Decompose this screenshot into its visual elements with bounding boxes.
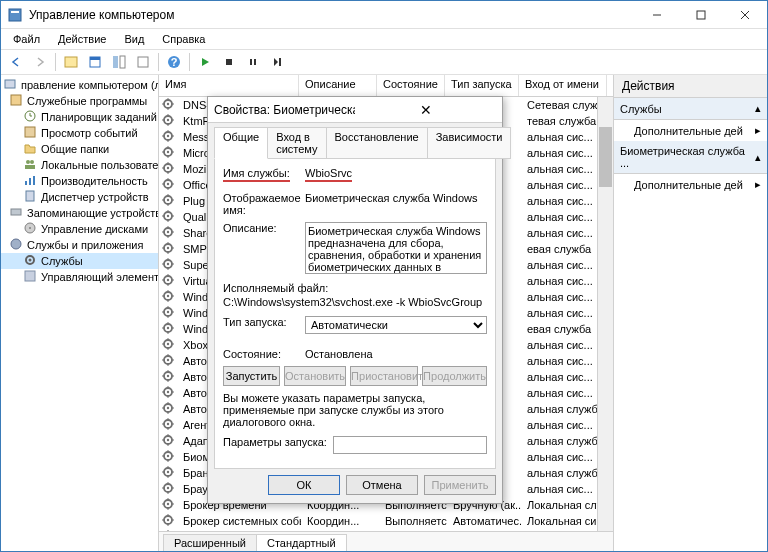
svg-point-36 [29, 259, 32, 262]
resume-button: Продолжить [422, 366, 487, 386]
col-desc[interactable]: Описание [299, 75, 377, 96]
col-name[interactable]: Имя [159, 75, 299, 96]
gear-icon [161, 305, 177, 321]
menu-help[interactable]: Справка [154, 31, 213, 47]
forward-icon[interactable] [29, 51, 51, 73]
svg-point-189 [167, 503, 169, 505]
gear-icon [161, 257, 177, 273]
close-button[interactable] [723, 1, 767, 29]
start-params-input[interactable] [333, 436, 487, 454]
label-display-name: Отображаемое имя: [223, 192, 305, 216]
help-icon[interactable]: ? [163, 51, 185, 73]
tree-item[interactable]: Управление дисками [1, 221, 158, 237]
tree-group[interactable]: Служебные программы [1, 93, 158, 109]
maximize-button[interactable] [679, 1, 723, 29]
svg-point-93 [167, 247, 169, 249]
menu-view[interactable]: Вид [116, 31, 152, 47]
tree-item[interactable]: Планировщик заданий [1, 109, 158, 125]
svg-rect-19 [11, 95, 21, 105]
ok-button[interactable]: ОК [268, 475, 340, 495]
gear-icon [161, 225, 177, 241]
gear-icon [161, 401, 177, 417]
minimize-button[interactable] [635, 1, 679, 29]
list-header[interactable]: Имя Описание Состояние Тип запуска Вход … [159, 75, 613, 97]
start-type-select[interactable]: Автоматически [305, 316, 487, 334]
svg-point-33 [29, 227, 31, 229]
menu-file[interactable]: Файл [5, 31, 48, 47]
service-row[interactable]: Брокер системных событийКоордин...Выполн… [159, 513, 613, 529]
pause-icon[interactable] [242, 51, 264, 73]
tab-general[interactable]: Общие [214, 127, 268, 159]
dialog-close-button[interactable]: ✕ [355, 102, 496, 118]
svg-point-171 [167, 455, 169, 457]
play-icon[interactable] [194, 51, 216, 73]
label-start-params: Параметры запуска: [223, 436, 333, 448]
svg-point-153 [167, 407, 169, 409]
value-exe: C:\Windows\system32\svchost.exe -k WbioS… [223, 296, 487, 308]
col-start[interactable]: Тип запуска [445, 75, 519, 96]
svg-point-63 [167, 167, 169, 169]
gear-icon [161, 497, 177, 513]
gear-icon [161, 449, 177, 465]
tb-icon-2[interactable] [84, 51, 106, 73]
actions-group-services[interactable]: Службы ▴ [614, 98, 767, 120]
tree-group[interactable]: Запоминающие устройства [1, 205, 158, 221]
tb-icon-1[interactable] [60, 51, 82, 73]
svg-point-105 [167, 279, 169, 281]
tree-item[interactable]: Локальные пользователи и [1, 157, 158, 173]
scrollbar-thumb[interactable] [599, 127, 612, 187]
menu-action[interactable]: Действие [50, 31, 114, 47]
tab-extended[interactable]: Расширенный [163, 534, 257, 551]
actions-more-2[interactable]: Дополнительные дей▸ [614, 174, 767, 195]
svg-rect-18 [5, 80, 15, 88]
service-row[interactable]: Брокер фонового обнару...Вручную (ак...Л… [159, 529, 613, 531]
tab-recovery[interactable]: Восстановление [326, 127, 428, 159]
scrollbar-vertical[interactable] [597, 97, 613, 531]
tab-logon[interactable]: Вход в систему [267, 127, 326, 159]
gear-icon [161, 337, 177, 353]
svg-point-57 [167, 151, 169, 153]
col-state[interactable]: Состояние [377, 75, 445, 96]
cancel-button[interactable]: Отмена [346, 475, 418, 495]
gear-icon [161, 273, 177, 289]
svg-point-87 [167, 231, 169, 233]
svg-rect-15 [250, 59, 252, 65]
col-logon[interactable]: Вход от имени [519, 75, 607, 96]
back-icon[interactable] [5, 51, 27, 73]
actions-group-biometric[interactable]: Биометрическая служба ... ▴ [614, 141, 767, 174]
gear-icon [161, 433, 177, 449]
tab-dependencies[interactable]: Зависимости [427, 127, 512, 159]
tab-standard[interactable]: Стандартный [256, 534, 347, 551]
svg-rect-31 [11, 209, 21, 215]
svg-rect-27 [25, 181, 27, 185]
gear-icon [161, 465, 177, 481]
start-button[interactable]: Запустить [223, 366, 280, 386]
stop-icon[interactable] [218, 51, 240, 73]
actions-more-1[interactable]: Дополнительные дей▸ [614, 120, 767, 141]
svg-rect-11 [138, 57, 148, 67]
tree-item[interactable]: Службы [1, 253, 158, 269]
dialog-tabs: Общие Вход в систему Восстановление Зави… [208, 123, 502, 159]
svg-point-111 [167, 295, 169, 297]
tree-group[interactable]: Службы и приложения [1, 237, 158, 253]
actions-pane: Действия Службы ▴ Дополнительные дей▸ Би… [613, 75, 767, 551]
tree-item[interactable]: Управляющий элемент WM [1, 269, 158, 285]
tb-icon-4[interactable] [132, 51, 154, 73]
tree-item[interactable]: Диспетчер устройств [1, 189, 158, 205]
gear-icon [161, 97, 177, 113]
pause-button: Приостановить [350, 366, 418, 386]
gear-icon [161, 113, 177, 129]
tree-root[interactable]: правление компьютером (локаль [1, 77, 158, 93]
restart-icon[interactable] [266, 51, 288, 73]
svg-rect-26 [25, 165, 35, 169]
description-text[interactable]: Биометрическая служба Windows предназнач… [305, 222, 487, 274]
svg-point-51 [167, 135, 169, 137]
tree-item[interactable]: Просмотр событий [1, 125, 158, 141]
svg-rect-10 [120, 56, 125, 68]
navigation-tree[interactable]: правление компьютером (локаль Служебные … [1, 75, 159, 551]
svg-point-117 [167, 311, 169, 313]
tb-icon-3[interactable] [108, 51, 130, 73]
tree-item[interactable]: Общие папки [1, 141, 158, 157]
gear-icon [161, 161, 177, 177]
tree-item[interactable]: Производительность [1, 173, 158, 189]
